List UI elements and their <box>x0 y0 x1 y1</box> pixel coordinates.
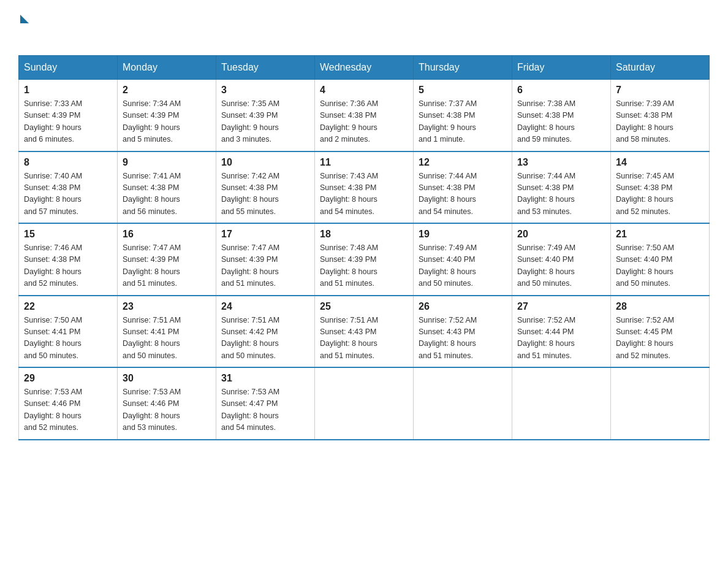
calendar-day-cell: 10Sunrise: 7:42 AMSunset: 4:38 PMDayligh… <box>216 151 315 224</box>
header <box>18 12 710 43</box>
calendar-day-cell: 17Sunrise: 7:47 AMSunset: 4:39 PMDayligh… <box>216 223 315 296</box>
calendar-day-cell: 29Sunrise: 7:53 AMSunset: 4:46 PMDayligh… <box>19 367 118 440</box>
day-info: Sunrise: 7:53 AMSunset: 4:47 PMDaylight:… <box>221 386 309 434</box>
weekday-header-friday: Friday <box>512 56 611 80</box>
calendar-week-row: 8Sunrise: 7:40 AMSunset: 4:38 PMDaylight… <box>19 151 710 224</box>
day-number: 3 <box>221 85 309 96</box>
day-info: Sunrise: 7:52 AMSunset: 4:43 PMDaylight:… <box>419 315 507 362</box>
weekday-header-row: SundayMondayTuesdayWednesdayThursdayFrid… <box>19 56 710 80</box>
day-info: Sunrise: 7:50 AMSunset: 4:40 PMDaylight:… <box>616 242 704 290</box>
day-info: Sunrise: 7:44 AMSunset: 4:38 PMDaylight:… <box>517 170 605 218</box>
calendar-week-row: 22Sunrise: 7:50 AMSunset: 4:41 PMDayligh… <box>19 296 710 368</box>
calendar-day-cell: 4Sunrise: 7:36 AMSunset: 4:38 PMDaylight… <box>315 80 414 151</box>
day-info: Sunrise: 7:39 AMSunset: 4:38 PMDaylight:… <box>616 98 704 146</box>
weekday-header-monday: Monday <box>118 56 216 80</box>
calendar-day-cell: 16Sunrise: 7:47 AMSunset: 4:39 PMDayligh… <box>118 223 216 296</box>
calendar-week-row: 1Sunrise: 7:33 AMSunset: 4:39 PMDaylight… <box>19 80 710 151</box>
calendar-day-cell: 25Sunrise: 7:51 AMSunset: 4:43 PMDayligh… <box>315 296 414 368</box>
day-number: 9 <box>123 157 211 168</box>
day-number: 21 <box>616 229 704 240</box>
day-info: Sunrise: 7:49 AMSunset: 4:40 PMDaylight:… <box>419 242 507 290</box>
calendar-day-cell <box>512 367 611 440</box>
day-info: Sunrise: 7:46 AMSunset: 4:38 PMDaylight:… <box>24 242 112 290</box>
calendar-day-cell: 18Sunrise: 7:48 AMSunset: 4:39 PMDayligh… <box>315 223 414 296</box>
calendar-day-cell <box>414 367 512 440</box>
day-info: Sunrise: 7:51 AMSunset: 4:42 PMDaylight:… <box>221 315 309 362</box>
day-number: 17 <box>221 229 309 240</box>
day-info: Sunrise: 7:53 AMSunset: 4:46 PMDaylight:… <box>123 386 211 434</box>
calendar-day-cell: 9Sunrise: 7:41 AMSunset: 4:38 PMDaylight… <box>118 151 216 224</box>
calendar-day-cell <box>315 367 414 440</box>
day-info: Sunrise: 7:44 AMSunset: 4:38 PMDaylight:… <box>419 170 507 218</box>
day-number: 11 <box>320 157 408 168</box>
day-number: 31 <box>221 373 309 384</box>
weekday-header-wednesday: Wednesday <box>315 56 414 80</box>
day-info: Sunrise: 7:41 AMSunset: 4:38 PMDaylight:… <box>123 170 211 218</box>
calendar-day-cell: 12Sunrise: 7:44 AMSunset: 4:38 PMDayligh… <box>414 151 512 224</box>
calendar-day-cell: 23Sunrise: 7:51 AMSunset: 4:41 PMDayligh… <box>118 296 216 368</box>
day-info: Sunrise: 7:40 AMSunset: 4:38 PMDaylight:… <box>24 170 112 218</box>
calendar-table: SundayMondayTuesdayWednesdayThursdayFrid… <box>18 55 710 440</box>
day-number: 2 <box>123 85 211 96</box>
day-info: Sunrise: 7:33 AMSunset: 4:39 PMDaylight:… <box>24 98 112 146</box>
day-number: 26 <box>419 301 507 312</box>
calendar-week-row: 15Sunrise: 7:46 AMSunset: 4:38 PMDayligh… <box>19 223 710 296</box>
day-info: Sunrise: 7:47 AMSunset: 4:39 PMDaylight:… <box>221 242 309 290</box>
logo <box>18 12 29 43</box>
day-number: 5 <box>419 85 507 96</box>
calendar-day-cell: 28Sunrise: 7:52 AMSunset: 4:45 PMDayligh… <box>611 296 710 368</box>
day-number: 18 <box>320 229 408 240</box>
day-info: Sunrise: 7:48 AMSunset: 4:39 PMDaylight:… <box>320 242 408 290</box>
calendar-day-cell: 7Sunrise: 7:39 AMSunset: 4:38 PMDaylight… <box>611 80 710 151</box>
calendar-day-cell: 21Sunrise: 7:50 AMSunset: 4:40 PMDayligh… <box>611 223 710 296</box>
weekday-header-tuesday: Tuesday <box>216 56 315 80</box>
day-number: 23 <box>123 301 211 312</box>
calendar-day-cell: 1Sunrise: 7:33 AMSunset: 4:39 PMDaylight… <box>19 80 118 151</box>
day-info: Sunrise: 7:34 AMSunset: 4:39 PMDaylight:… <box>123 98 211 146</box>
day-info: Sunrise: 7:50 AMSunset: 4:41 PMDaylight:… <box>24 315 112 362</box>
day-number: 19 <box>419 229 507 240</box>
calendar-day-cell: 15Sunrise: 7:46 AMSunset: 4:38 PMDayligh… <box>19 223 118 296</box>
day-number: 14 <box>616 157 704 168</box>
day-number: 22 <box>24 301 112 312</box>
day-number: 16 <box>123 229 211 240</box>
calendar-day-cell: 22Sunrise: 7:50 AMSunset: 4:41 PMDayligh… <box>19 296 118 368</box>
weekday-header-sunday: Sunday <box>19 56 118 80</box>
day-info: Sunrise: 7:52 AMSunset: 4:44 PMDaylight:… <box>517 315 605 362</box>
day-number: 6 <box>517 85 605 96</box>
calendar-day-cell: 2Sunrise: 7:34 AMSunset: 4:39 PMDaylight… <box>118 80 216 151</box>
day-info: Sunrise: 7:49 AMSunset: 4:40 PMDaylight:… <box>517 242 605 290</box>
calendar-week-row: 29Sunrise: 7:53 AMSunset: 4:46 PMDayligh… <box>19 367 710 440</box>
day-number: 25 <box>320 301 408 312</box>
day-info: Sunrise: 7:37 AMSunset: 4:38 PMDaylight:… <box>419 98 507 146</box>
day-info: Sunrise: 7:35 AMSunset: 4:39 PMDaylight:… <box>221 98 309 146</box>
day-number: 1 <box>24 85 112 96</box>
day-info: Sunrise: 7:43 AMSunset: 4:38 PMDaylight:… <box>320 170 408 218</box>
calendar-day-cell: 8Sunrise: 7:40 AMSunset: 4:38 PMDaylight… <box>19 151 118 224</box>
day-info: Sunrise: 7:51 AMSunset: 4:43 PMDaylight:… <box>320 315 408 362</box>
day-info: Sunrise: 7:36 AMSunset: 4:38 PMDaylight:… <box>320 98 408 146</box>
calendar-day-cell: 11Sunrise: 7:43 AMSunset: 4:38 PMDayligh… <box>315 151 414 224</box>
calendar-day-cell: 3Sunrise: 7:35 AMSunset: 4:39 PMDaylight… <box>216 80 315 151</box>
calendar-day-cell: 24Sunrise: 7:51 AMSunset: 4:42 PMDayligh… <box>216 296 315 368</box>
calendar-day-cell <box>611 367 710 440</box>
day-info: Sunrise: 7:53 AMSunset: 4:46 PMDaylight:… <box>24 386 112 434</box>
day-number: 30 <box>123 373 211 384</box>
day-number: 4 <box>320 85 408 96</box>
day-number: 7 <box>616 85 704 96</box>
day-number: 15 <box>24 229 112 240</box>
day-number: 29 <box>24 373 112 384</box>
day-number: 27 <box>517 301 605 312</box>
calendar-day-cell: 27Sunrise: 7:52 AMSunset: 4:44 PMDayligh… <box>512 296 611 368</box>
calendar-day-cell: 5Sunrise: 7:37 AMSunset: 4:38 PMDaylight… <box>414 80 512 151</box>
day-number: 13 <box>517 157 605 168</box>
day-number: 20 <box>517 229 605 240</box>
day-info: Sunrise: 7:38 AMSunset: 4:38 PMDaylight:… <box>517 98 605 146</box>
day-info: Sunrise: 7:42 AMSunset: 4:38 PMDaylight:… <box>221 170 309 218</box>
day-number: 12 <box>419 157 507 168</box>
calendar-day-cell: 14Sunrise: 7:45 AMSunset: 4:38 PMDayligh… <box>611 151 710 224</box>
day-info: Sunrise: 7:51 AMSunset: 4:41 PMDaylight:… <box>123 315 211 362</box>
day-number: 10 <box>221 157 309 168</box>
calendar-day-cell: 19Sunrise: 7:49 AMSunset: 4:40 PMDayligh… <box>414 223 512 296</box>
weekday-header-thursday: Thursday <box>414 56 512 80</box>
